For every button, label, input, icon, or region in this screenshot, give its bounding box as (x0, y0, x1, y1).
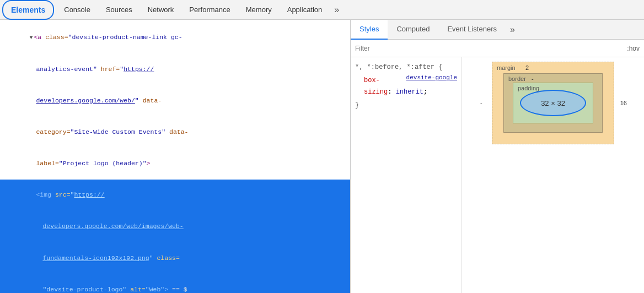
padding-label: padding (518, 85, 539, 91)
anchor-href: https:// (124, 66, 154, 73)
filter-hint: :hov (627, 45, 640, 52)
dom-line-anchor-label: label="Project logo (header)"> (0, 148, 350, 180)
tab-console-label: Console (64, 6, 90, 14)
tab-performance-label: Performance (189, 6, 230, 14)
styles-panel: :hov *, *:before, *:after { devsite-goog… (351, 40, 644, 293)
img-src-link2: developers.google.com/web/images/web- (42, 223, 183, 230)
dom-line-anchor-cont: analytics-event" href="https:// (0, 53, 350, 85)
margin-label: margin (497, 64, 516, 71)
tab-network-label: Network (148, 6, 174, 14)
right-tab-bar: Styles Computed Event Listeners » (351, 20, 644, 40)
box-margin-wrapper: margin 2 16 - border - (492, 62, 614, 144)
tab-computed[interactable]: Computed (388, 20, 438, 40)
dom-line-anchor-href: developers.google.com/web/" data- (0, 85, 350, 116)
box-model-panel: margin 2 16 - border - (462, 57, 644, 293)
styles-content: *, *:before, *:after { devsite-google bo… (351, 57, 644, 293)
tab-computed-label: Computed (396, 25, 430, 33)
box-margin: margin 2 16 - border - (492, 62, 614, 144)
tab-styles-label: Styles (359, 25, 379, 33)
css-val-inherit: inherit (396, 88, 423, 96)
dom-line-anchor-cat: category="Site-Wide Custom Events" data- (0, 117, 350, 148)
right-tab-more[interactable]: » (506, 25, 519, 35)
border-label: border (508, 75, 526, 82)
css-selector: *, *:before, *:after { (355, 63, 442, 71)
tab-sources-label: Sources (106, 6, 132, 14)
top-tab-bar: Elements Console Sources Network Perform… (0, 0, 644, 20)
tab-application[interactable]: Application (280, 0, 330, 20)
tab-event-listeners[interactable]: Event Listeners (438, 20, 506, 40)
dom-line-img[interactable]: <img src="https:// (0, 180, 350, 211)
img-src-link: https:// (74, 191, 104, 198)
dom-line-img-cont2: fundamentals-icon192x192.png" class= (0, 242, 350, 274)
tab-application-label: Application (287, 6, 323, 14)
tab-sources[interactable]: Sources (98, 0, 140, 20)
tab-performance[interactable]: Performance (181, 0, 238, 20)
box-content: 32 × 32 (520, 90, 586, 116)
tab-elements[interactable]: Elements (2, 0, 54, 20)
tab-more-button[interactable]: » (330, 5, 344, 15)
css-prop-box-sizing: box-sizing (364, 77, 388, 95)
dom-panel[interactable]: ▼<a class="devsite-product-name-link gc-… (0, 20, 351, 293)
tab-network[interactable]: Network (140, 0, 182, 20)
anchor-href2: developers.google.com/web/ (36, 97, 135, 104)
css-source-link[interactable]: devsite-google (406, 73, 457, 83)
margin-right-value: 16 (620, 100, 627, 106)
box-padding: padding 32 × 32 (513, 83, 593, 123)
right-panel: Styles Computed Event Listeners » :hov (351, 20, 644, 293)
filter-bar: :hov (351, 40, 644, 57)
filter-input[interactable] (355, 45, 627, 52)
tab-console[interactable]: Console (56, 0, 98, 20)
tab-event-listeners-label: Event Listeners (447, 25, 497, 33)
css-close-brace: } (355, 100, 457, 111)
tab-memory[interactable]: Memory (238, 0, 280, 20)
dom-line-anchor-open[interactable]: ▼<a class="devsite-product-name-link gc- (0, 22, 350, 53)
dom-line-img-cont1: developers.google.com/web/images/web- (0, 211, 350, 242)
main-content: ▼<a class="devsite-product-name-link gc-… (0, 20, 644, 293)
margin-left-value: - (480, 100, 482, 106)
arrow-icon: ▼ (29, 35, 33, 41)
css-universal-rule: *, *:before, *:after { devsite-google (355, 62, 457, 73)
tab-styles[interactable]: Styles (351, 20, 388, 40)
tab-elements-label: Elements (11, 6, 45, 14)
box-size-label: 32 × 32 (541, 99, 565, 107)
css-rules-panel: *, *:before, *:after { devsite-google bo… (351, 57, 462, 293)
box-border: border - padding 32 × 32 (503, 73, 603, 133)
dom-line-img-cont3: "devsite-product-logo" alt="Web"> == $ (0, 274, 350, 293)
tab-memory-label: Memory (246, 6, 272, 14)
img-src-link3: fundamentals-icon192x192.png (42, 254, 149, 262)
border-value: - (532, 75, 534, 82)
margin-top-value: 2 (525, 64, 529, 71)
